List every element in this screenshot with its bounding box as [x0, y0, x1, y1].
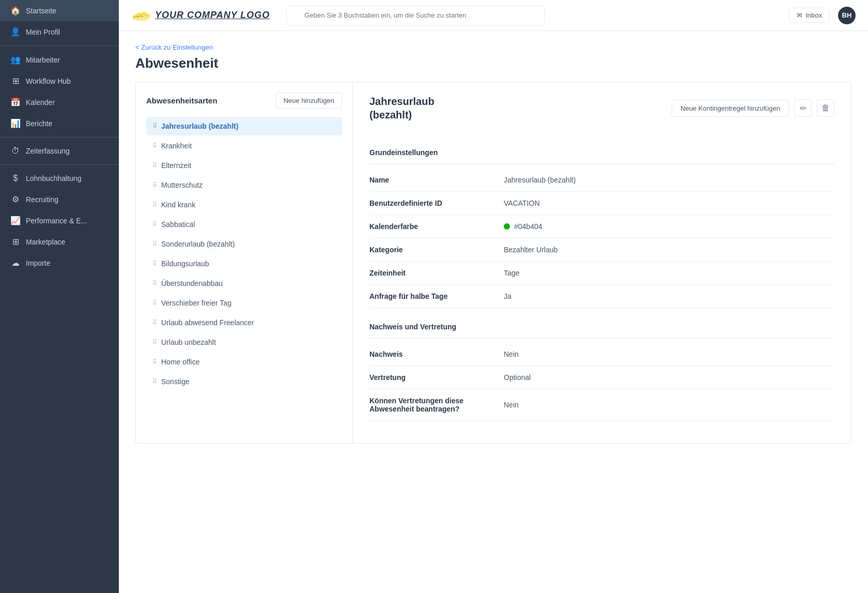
drag-handle: ⠿	[152, 221, 157, 228]
drag-handle: ⠿	[152, 162, 157, 169]
drag-handle: ⠿	[152, 123, 157, 130]
add-quota-button[interactable]: Neue Kontingentregel hinzufügen	[672, 100, 789, 117]
breadcrumb[interactable]: < Zurück zu Einstellungen	[135, 43, 851, 51]
color-hex: #04b404	[514, 222, 542, 231]
detail-row: ZeiteinheitTage	[369, 262, 834, 285]
absence-label: Urlaub unbezahlt	[161, 338, 216, 346]
absence-item-mutterschutz[interactable]: ⠿Mutterschutz	[146, 176, 342, 194]
absence-item-sonderurlaub[interactable]: ⠿Sonderurlaub (bezahlt)	[146, 235, 342, 253]
sidebar-item-berichte[interactable]: 📊Berichte	[0, 113, 119, 134]
sidebar-icon-recruiting: ⚙	[10, 194, 21, 204]
field-label: Vertretung	[369, 373, 504, 382]
absence-label: Überstundenabbau	[161, 279, 223, 287]
page-title: Abwesenheit	[135, 55, 851, 71]
sidebar-icon-lohnbuchhaltung: $	[10, 174, 21, 183]
avatar-initials: BH	[842, 11, 852, 19]
field-value: Nein	[504, 350, 834, 358]
sidebar-icon-importe: ☁	[10, 258, 21, 268]
drag-handle: ⠿	[152, 142, 157, 149]
sidebar-item-kalender[interactable]: 📅Kalender	[0, 92, 119, 113]
edit-button[interactable]: ✏	[794, 99, 812, 117]
absence-item-sonstige[interactable]: ⠿Sonstige	[146, 372, 342, 391]
field-value: Jahresurlaub (bezahlt)	[504, 176, 834, 184]
search-wrapper: 🔍	[286, 6, 545, 25]
main-area: YOUR COMPANY LOGO 🔍 ✉ Inbox BH < Zurück …	[119, 0, 868, 593]
sidebar-label-startseite: Startseite	[26, 7, 56, 15]
drag-handle: ⠿	[152, 358, 157, 366]
absence-label: Verschieber freier Tag	[161, 299, 231, 307]
field-value: VACATION	[504, 199, 834, 207]
absence-label: Sabbatical	[161, 220, 195, 229]
delete-button[interactable]: 🗑	[817, 99, 834, 117]
drag-handle: ⠿	[152, 280, 157, 287]
add-absence-button[interactable]: Neue hinzufügen	[276, 93, 342, 109]
right-panel-actions: Neue Kontingentregel hinzufügen ✏ 🗑	[672, 99, 834, 117]
absence-item-jahresurlaub[interactable]: ⠿Jahresurlaub (bezahlt)	[146, 117, 342, 135]
color-dot	[504, 223, 510, 230]
nachweis-title: Nachweis und Vertretung	[369, 316, 834, 339]
absence-item-kind-krank[interactable]: ⠿Kind krank	[146, 195, 342, 214]
absence-item-urlaub-unbezahlt[interactable]: ⠿Urlaub unbezahlt	[146, 333, 342, 352]
color-value: #04b404	[504, 222, 834, 231]
sidebar-item-workflow-hub[interactable]: ⊞Workflow Hub	[0, 70, 119, 92]
sidebar-icon-berichte: 📊	[10, 118, 21, 128]
absence-label: Mutterschutz	[161, 181, 203, 189]
absence-item-sabbatical[interactable]: ⠿Sabbatical	[146, 215, 342, 234]
absence-item-verschieber[interactable]: ⠿Verschieber freier Tag	[146, 294, 342, 312]
sidebar-item-importe[interactable]: ☁Importe	[0, 252, 119, 273]
avatar-button[interactable]: BH	[838, 7, 856, 24]
detail-row: NameJahresurlaub (bezahlt)	[369, 169, 834, 192]
logo-area: YOUR COMPANY LOGO	[131, 8, 270, 23]
field-value: Optional	[504, 373, 834, 382]
sidebar-item-zeiterfassung[interactable]: ⏱Zeiterfassung	[0, 141, 119, 161]
sidebar-icon-kalender: 📅	[10, 97, 21, 107]
breadcrumb-label: < Zurück zu Einstellungen	[135, 43, 213, 51]
logo-icon	[131, 8, 151, 23]
absence-item-elternzeit[interactable]: ⠿Elternzeit	[146, 156, 342, 175]
absence-item-ueberstundenabbau[interactable]: ⠿Überstundenabbau	[146, 274, 342, 293]
sidebar: 🏠Startseite👤Mein Profil👥Mitarbeiter⊞Work…	[0, 0, 119, 593]
sidebar-icon-zeiterfassung: ⏱	[10, 146, 21, 156]
logo-text: YOUR COMPANY LOGO	[155, 10, 270, 21]
detail-row: VertretungOptional	[369, 366, 834, 389]
field-label: Können Vertretungen diese Abwesenheit be…	[369, 397, 504, 413]
sidebar-icon-performance: 📈	[10, 216, 21, 225]
edit-icon: ✏	[800, 103, 807, 113]
inbox-label: Inbox	[805, 11, 822, 19]
topbar-right: ✉ Inbox BH	[789, 7, 856, 24]
field-label: Name	[369, 176, 504, 184]
sidebar-item-mitarbeiter[interactable]: 👥Mitarbeiter	[0, 49, 119, 70]
sidebar-nav: 🏠Startseite👤Mein Profil👥Mitarbeiter⊞Work…	[0, 0, 119, 273]
absence-label: Sonstige	[161, 377, 189, 386]
absence-item-krankheit[interactable]: ⠿Krankheit	[146, 136, 342, 155]
page-content: < Zurück zu Einstellungen Abwesenheit Ab…	[119, 31, 868, 593]
absence-label: Kind krank	[161, 201, 195, 209]
sidebar-item-performance[interactable]: 📈Performance & E...	[0, 210, 119, 231]
field-value: Tage	[504, 269, 834, 277]
absence-item-home-office[interactable]: ⠿Home office	[146, 353, 342, 371]
absence-detail-title: Jahresurlaub (bezahlt)	[369, 95, 473, 121]
sidebar-item-recruiting[interactable]: ⚙Recruiting	[0, 189, 119, 210]
field-label: Zeiteinheit	[369, 269, 504, 277]
absence-label: Bildungsurlaub	[161, 260, 209, 268]
field-label: Nachweis	[369, 350, 504, 358]
inbox-button[interactable]: ✉ Inbox	[789, 8, 830, 23]
topbar: YOUR COMPANY LOGO 🔍 ✉ Inbox BH	[119, 0, 868, 31]
sidebar-item-startseite[interactable]: 🏠Startseite	[0, 0, 119, 21]
absence-list: ⠿Jahresurlaub (bezahlt)⠿Krankheit⠿Eltern…	[146, 117, 342, 391]
nachweis-fields: NachweisNeinVertretungOptionalKönnen Ver…	[369, 343, 834, 421]
sidebar-label-zeiterfassung: Zeiterfassung	[26, 147, 70, 155]
sidebar-item-mein-profil[interactable]: 👤Mein Profil	[0, 21, 119, 42]
sidebar-label-kalender: Kalender	[26, 98, 55, 107]
field-value: Bezahlter Urlaub	[504, 246, 834, 254]
sidebar-item-lohnbuchhaltung[interactable]: $Lohnbuchhaltung	[0, 168, 119, 189]
sidebar-item-marketplace[interactable]: ⊞Marketplace	[0, 231, 119, 252]
search-input[interactable]	[286, 6, 545, 25]
absence-label: Sonderurlaub (bezahlt)	[161, 240, 235, 248]
right-panel: Jahresurlaub (bezahlt) Neue Kontingentre…	[353, 82, 851, 443]
sidebar-label-importe: Importe	[26, 259, 50, 267]
absence-item-urlaub-freelancer[interactable]: ⠿Urlaub abwesend Freelancer	[146, 313, 342, 332]
absence-label: Home office	[161, 358, 199, 366]
right-panel-header: Jahresurlaub (bezahlt) Neue Kontingentre…	[369, 95, 834, 130]
absence-item-bildungsurlaub[interactable]: ⠿Bildungsurlaub	[146, 254, 342, 273]
